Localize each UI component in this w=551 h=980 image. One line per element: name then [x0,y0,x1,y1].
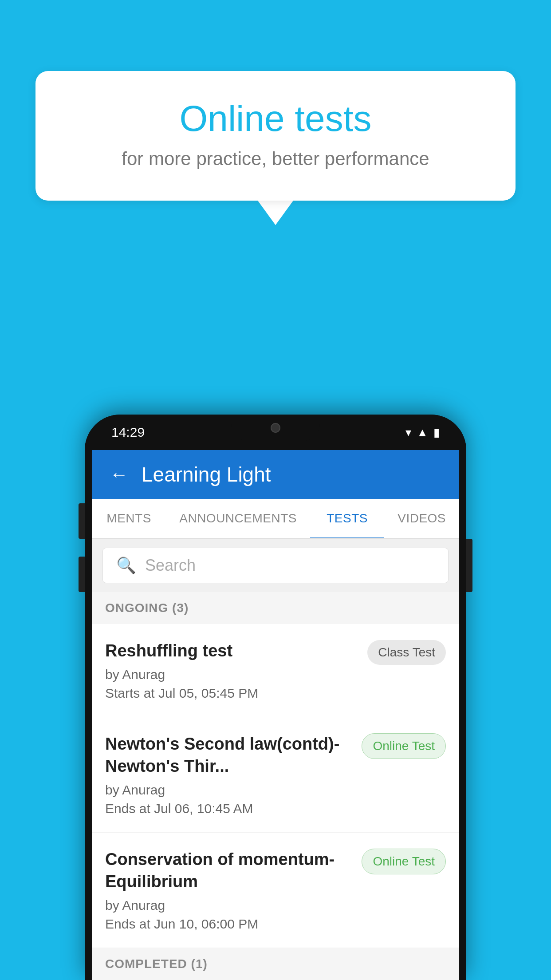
phone-wrapper: 14:29 ▾ ▲ ▮ ← Learning Light MENTS ANNOU… [85,415,466,980]
test-item[interactable]: Conservation of momentum-Equilibrium by … [92,833,459,948]
phone-time: 14:29 [111,425,145,440]
speech-bubble-title: Online tests [71,98,480,139]
test-list: Reshuffling test by Anurag Starts at Jul… [92,624,459,948]
completed-section-header: COMPLETED (1) [92,948,459,980]
app-header: ← Learning Light [92,450,459,499]
tab-tests[interactable]: TESTS [310,499,384,538]
test-date: Ends at Jun 10, 06:00 PM [105,917,353,932]
phone-notch [231,415,320,441]
front-camera [271,423,280,433]
phone-status-bar: 14:29 ▾ ▲ ▮ [85,415,466,450]
test-author: by Anurag [105,898,353,913]
app-title: Learning Light [142,462,271,486]
test-badge-online: Online Test [362,733,446,759]
speech-bubble-subtitle: for more practice, better performance [71,148,480,170]
tab-assignments[interactable]: MENTS [92,499,166,538]
status-icons: ▾ ▲ ▮ [405,426,440,439]
test-name: Reshuffling test [105,640,358,662]
test-name: Newton's Second law(contd)-Newton's Thir… [105,733,353,777]
test-date: Starts at Jul 05, 05:45 PM [105,686,358,701]
test-item[interactable]: Newton's Second law(contd)-Newton's Thir… [92,717,459,833]
signal-icon: ▲ [417,426,428,439]
phone-screen: ← Learning Light MENTS ANNOUNCEMENTS TES… [92,450,459,980]
power-button [466,539,472,592]
speech-bubble-container: Online tests for more practice, better p… [35,71,516,225]
speech-bubble: Online tests for more practice, better p… [35,71,516,201]
test-name: Conservation of momentum-Equilibrium [105,849,353,893]
test-item-content: Conservation of momentum-Equilibrium by … [105,849,362,932]
test-item[interactable]: Reshuffling test by Anurag Starts at Jul… [92,624,459,717]
test-badge-class: Class Test [367,640,446,665]
ongoing-section-header: ONGOING (3) [92,592,459,624]
volume-down-button [79,557,85,592]
wifi-icon: ▾ [405,426,411,439]
tab-videos[interactable]: VIDEOS [384,499,459,538]
search-box[interactable]: 🔍 Search [102,548,449,583]
phone-device: 14:29 ▾ ▲ ▮ ← Learning Light MENTS ANNOU… [85,415,466,980]
test-item-content: Newton's Second law(contd)-Newton's Thir… [105,733,362,816]
test-item-content: Reshuffling test by Anurag Starts at Jul… [105,640,367,701]
speech-bubble-arrow [258,201,293,225]
search-icon: 🔍 [116,556,136,575]
test-date: Ends at Jul 06, 10:45 AM [105,801,353,816]
test-author: by Anurag [105,667,358,682]
search-container: 🔍 Search [92,539,459,592]
search-placeholder: Search [145,556,196,575]
tabs-container: MENTS ANNOUNCEMENTS TESTS VIDEOS [92,499,459,539]
back-button[interactable]: ← [110,464,128,485]
tab-announcements[interactable]: ANNOUNCEMENTS [166,499,310,538]
test-badge-online-2: Online Test [362,849,446,874]
test-author: by Anurag [105,782,353,798]
battery-icon: ▮ [433,426,440,439]
volume-up-button [79,503,85,539]
